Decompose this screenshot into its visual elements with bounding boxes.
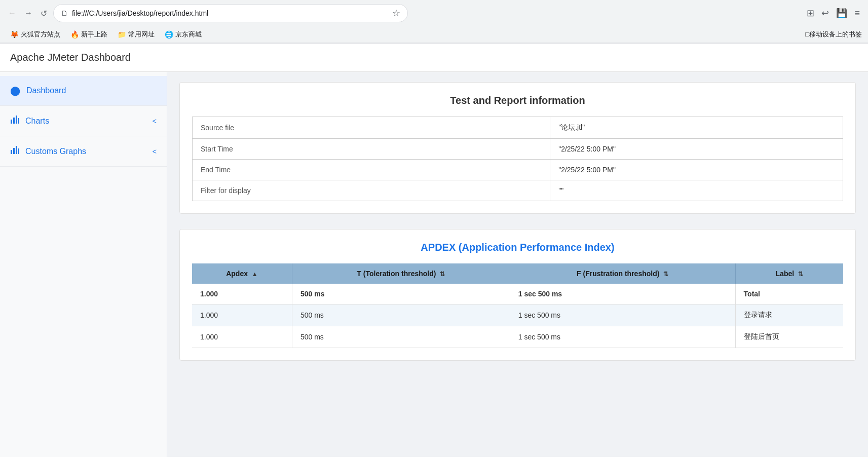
apdex-cell-apdex-2: 1.000	[192, 326, 292, 348]
menu-icon[interactable]: ≡	[852, 6, 862, 21]
svg-rect-6	[16, 146, 17, 154]
apdex-col-f[interactable]: F (Frustration threshold) ⇅	[510, 263, 735, 284]
apdex-cell-f-1: 1 sec 500 ms	[510, 304, 735, 326]
bookmark-icon-common: 📁	[118, 30, 126, 39]
info-value-start: "2/25/22 5:00 PM"	[550, 139, 843, 160]
apdex-cell-f-2: 1 sec 500 ms	[510, 326, 735, 348]
bookmark-newbie[interactable]: 🔥 新手上路	[66, 28, 111, 41]
url-input[interactable]	[72, 9, 388, 17]
apdex-col-t[interactable]: T (Toleration threshold) ⇅	[292, 263, 510, 284]
apdex-cell-f-0: 1 sec 500 ms	[510, 284, 735, 304]
info-value-source: "论坛.jtl"	[550, 117, 843, 139]
apdex-col-t-label: T (Toleration threshold)	[357, 270, 436, 278]
apdex-col-t-sort-icon: ⇅	[440, 271, 445, 278]
apdex-cell-t-1: 500 ms	[292, 304, 510, 326]
charts-icon	[10, 115, 19, 127]
info-label-source: Source file	[193, 117, 550, 139]
sidebar-label-dashboard: Dashboard	[26, 86, 66, 95]
forward-button[interactable]: →	[22, 7, 34, 20]
info-value-end: "2/25/22 5:00 PM"	[550, 160, 843, 180]
sidebar-item-dashboard[interactable]: ⬤ Dashboard	[0, 76, 167, 106]
extension-icon-1[interactable]: ⊞	[805, 6, 816, 21]
table-row: Start Time "2/25/22 5:00 PM"	[193, 139, 843, 160]
browser-chrome: ← → ↺ 🗋 ☆ ⊞ ↩ 💾 ≡ 🦊 火狐官方站点 🔥 新手上路 📁 常用网址	[0, 0, 868, 44]
bookmark-label-common: 常用网址	[128, 30, 155, 39]
apdex-sort-icon: ▲	[252, 271, 258, 278]
apdex-cell-apdex-0: 1.000	[192, 284, 292, 304]
test-info-table: Source file "论坛.jtl" Start Time "2/25/22…	[192, 117, 843, 201]
mobile-bookmarks[interactable]: □移动设备上的书签	[805, 30, 862, 39]
apdex-cell-label-0: Total	[735, 284, 843, 304]
apdex-col-f-label: F (Frustration threshold)	[577, 270, 659, 278]
svg-rect-3	[18, 118, 19, 124]
main-content: Test and Report information Source file …	[167, 72, 868, 457]
apdex-col-f-sort-icon: ⇅	[663, 271, 668, 278]
apdex-col-label-text: Label	[776, 270, 795, 278]
svg-rect-0	[11, 120, 12, 124]
reload-button[interactable]: ↺	[39, 7, 49, 20]
info-label-end: End Time	[193, 160, 550, 180]
table-row: Source file "论坛.jtl"	[193, 117, 843, 139]
apdex-cell-label-2: 登陆后首页	[735, 326, 843, 348]
sidebar-item-charts[interactable]: Charts <	[0, 106, 167, 136]
bookmark-common[interactable]: 📁 常用网址	[114, 28, 159, 41]
app-container: Apache JMeter Dashboard ⬤ Dashboard	[0, 44, 868, 457]
apdex-col-label-sort-icon: ⇅	[798, 271, 803, 278]
apdex-header-row: Apdex ▲ T (Toleration threshold) ⇅ F (Fr…	[192, 263, 843, 284]
apdex-cell-apdex-1: 1.000	[192, 304, 292, 326]
table-row: Filter for display ""	[193, 180, 843, 201]
bookmark-label-firefox: 火狐官方站点	[21, 30, 60, 39]
sidebar-label-charts: Charts	[25, 117, 49, 126]
sidebar-label-custom-graphs: Customs Graphs	[25, 147, 86, 156]
app-body: ⬤ Dashboard Charts <	[0, 72, 868, 457]
bookmarks-bar: 🦊 火狐官方站点 🔥 新手上路 📁 常用网址 🌐 京东商城 □移动设备上的书签	[0, 26, 868, 43]
bookmark-icon-jd: 🌐	[165, 30, 173, 39]
page-icon: 🗋	[61, 9, 68, 17]
svg-rect-7	[18, 148, 19, 154]
apdex-card: APDEX (Application Performance Index) Ap…	[179, 229, 856, 361]
bookmark-icon-firefox: 🦊	[10, 30, 19, 39]
apdex-table: Apdex ▲ T (Toleration threshold) ⇅ F (Fr…	[192, 263, 843, 348]
table-row: End Time "2/25/22 5:00 PM"	[193, 160, 843, 180]
bookmark-label-jd: 京东商城	[175, 30, 202, 39]
apdex-cell-label-1: 登录请求	[735, 304, 843, 326]
info-label-start: Start Time	[193, 139, 550, 160]
test-info-title: Test and Report information	[192, 95, 843, 106]
svg-rect-5	[13, 148, 15, 154]
browser-toolbar: ← → ↺ 🗋 ☆ ⊞ ↩ 💾 ≡	[0, 0, 868, 26]
apdex-col-apdex-label: Apdex	[226, 270, 248, 278]
apdex-cell-t-0: 500 ms	[292, 284, 510, 304]
custom-graphs-chevron-icon: <	[153, 147, 157, 156]
favorite-star-icon[interactable]: ☆	[392, 8, 400, 19]
bookmark-firefox[interactable]: 🦊 火狐官方站点	[6, 28, 64, 41]
app-title: Apache JMeter Dashboard	[10, 52, 131, 63]
extension-icon-3[interactable]: 💾	[834, 6, 849, 21]
info-label-filter: Filter for display	[193, 180, 550, 201]
sidebar-item-custom-graphs[interactable]: Customs Graphs <	[0, 136, 167, 167]
address-bar: 🗋 ☆	[53, 4, 408, 22]
apdex-col-label[interactable]: Label ⇅	[735, 263, 843, 284]
sidebar-item-left-custom-graphs: Customs Graphs	[10, 145, 86, 157]
svg-rect-1	[13, 118, 15, 124]
apdex-cell-t-2: 500 ms	[292, 326, 510, 348]
custom-graphs-icon	[10, 145, 19, 157]
extension-icon-2[interactable]: ↩	[819, 6, 831, 21]
table-row: 1.000500 ms1 sec 500 ms登录请求	[192, 304, 843, 326]
dashboard-icon: ⬤	[10, 85, 20, 96]
app-header: Apache JMeter Dashboard	[0, 44, 868, 72]
charts-chevron-icon: <	[153, 117, 157, 125]
svg-rect-4	[11, 150, 12, 154]
apdex-col-apdex[interactable]: Apdex ▲	[192, 263, 292, 284]
back-button[interactable]: ←	[6, 7, 18, 20]
table-row: 1.000500 ms1 sec 500 ms登陆后首页	[192, 326, 843, 348]
svg-rect-2	[16, 116, 17, 124]
toolbar-right: ⊞ ↩ 💾 ≡	[805, 6, 862, 21]
bookmark-jd[interactable]: 🌐 京东商城	[161, 28, 206, 41]
sidebar-item-left-dashboard: ⬤ Dashboard	[10, 85, 66, 96]
bookmark-icon-newbie: 🔥	[70, 30, 79, 39]
apdex-title: APDEX (Application Performance Index)	[192, 242, 843, 253]
test-info-card: Test and Report information Source file …	[179, 82, 856, 214]
sidebar-item-left-charts: Charts	[10, 115, 49, 127]
sidebar: ⬤ Dashboard Charts <	[0, 72, 167, 457]
table-row: 1.000500 ms1 sec 500 msTotal	[192, 284, 843, 304]
